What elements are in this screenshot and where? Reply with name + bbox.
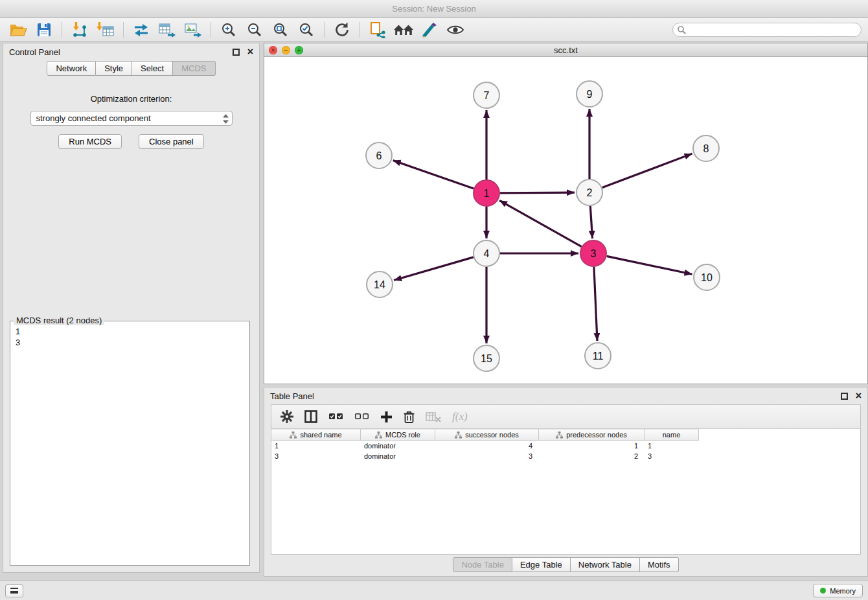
search-input[interactable]: [672, 23, 862, 37]
cell-successor-nodes: 4: [435, 442, 539, 450]
network-view-window: × − + scc.txt 7968124314101511: [264, 43, 868, 384]
clone-network-icon: [369, 21, 387, 38]
tab-edge-table[interactable]: Edge Table: [512, 557, 571, 572]
column-settings-button[interactable]: [280, 410, 293, 423]
zoom-fit-button[interactable]: [269, 20, 292, 40]
close-table-panel-button[interactable]: ×: [856, 391, 862, 400]
gear-icon: [280, 410, 293, 423]
column-header-shared-name[interactable]: shared name: [271, 429, 361, 441]
attribute-type-icon: [375, 432, 382, 439]
trash-icon: [404, 410, 415, 424]
column-header-mcds-role[interactable]: MCDS role: [361, 429, 435, 441]
graph-edge-2-3[interactable]: [590, 206, 592, 238]
close-panel-button[interactable]: Close panel: [139, 134, 204, 149]
table-panel-tabs: Node Table Edge Table Network Table Moti…: [264, 557, 867, 572]
export-table-icon: [158, 21, 176, 38]
cell-mcds-role: dominator: [361, 452, 435, 460]
zoom-out-button[interactable]: [243, 20, 266, 40]
graph-edge-3-1[interactable]: [499, 200, 582, 246]
apply-layout-button[interactable]: [330, 20, 354, 40]
toolbar-separator: [360, 22, 360, 38]
tab-network[interactable]: Network: [47, 61, 96, 76]
open-file-button[interactable]: [6, 20, 30, 40]
toolbar-separator: [324, 22, 325, 38]
refresh-icon: [334, 21, 350, 38]
column-header-name[interactable]: name: [645, 429, 699, 441]
tab-select[interactable]: Select: [132, 61, 173, 76]
graph-edge-4-14[interactable]: [394, 257, 474, 281]
export-network-button[interactable]: [130, 20, 153, 40]
eye-icon: [446, 23, 464, 36]
export-table-button[interactable]: [155, 20, 179, 40]
column-header-successor-nodes[interactable]: successor nodes: [435, 429, 539, 441]
zoom-selected-button[interactable]: [295, 20, 318, 40]
table-row[interactable]: 3 dominator 3 2 3: [271, 451, 860, 461]
deselect-all-rows-button[interactable]: [354, 412, 369, 421]
mcds-result-label: MCDS result (2 nodes): [14, 316, 104, 325]
zoom-window-icon[interactable]: +: [295, 46, 303, 54]
node-table: f(x) shared name MCDS role: [271, 404, 861, 555]
network-window-titlebar[interactable]: × − + scc.txt: [264, 43, 867, 57]
run-mcds-button[interactable]: Run MCDS: [58, 134, 122, 149]
select-all-rows-button[interactable]: [328, 412, 343, 421]
column-label: shared name: [300, 431, 341, 439]
list-icon: [10, 588, 18, 594]
save-icon: [36, 22, 52, 38]
graph-edge-3-10[interactable]: [607, 256, 692, 274]
control-panel: Control Panel × Network Style Select MCD…: [3, 43, 260, 573]
graph-node-label: 3: [591, 248, 597, 259]
mcds-result-list: 13: [10, 321, 249, 352]
function-builder-button[interactable]: f(x): [452, 410, 468, 423]
graph-node-label: 7: [484, 90, 490, 101]
close-window-icon[interactable]: ×: [269, 46, 277, 54]
tab-node-table[interactable]: Node Table: [453, 557, 512, 572]
tab-motifs[interactable]: Motifs: [640, 557, 679, 572]
export-image-button[interactable]: [181, 20, 205, 40]
show-panels-menu-button[interactable]: [5, 584, 23, 597]
visual-styles-button[interactable]: [418, 20, 441, 40]
first-neighbors-button[interactable]: [392, 20, 415, 40]
graph-node-label: 10: [701, 272, 713, 283]
criterion-selected-value: strongly connected component: [36, 113, 151, 123]
float-panel-button[interactable]: [233, 49, 240, 56]
graph-edge-1-2[interactable]: [500, 192, 575, 193]
plus-icon: [380, 411, 393, 423]
close-panel-icon-button[interactable]: ×: [247, 47, 253, 56]
network-canvas[interactable]: 7968124314101511: [264, 57, 867, 384]
import-network-icon: [71, 21, 89, 38]
graph-edge-3-11[interactable]: [594, 267, 597, 341]
table-row[interactable]: 1 dominator 4 1 1: [271, 441, 860, 451]
save-session-button[interactable]: [32, 20, 56, 40]
home-icon: [393, 22, 414, 38]
tab-style[interactable]: Style: [96, 61, 132, 76]
delete-table-icon: [426, 411, 441, 422]
toolbar-separator: [123, 22, 124, 38]
graph-edge-2-8[interactable]: [602, 154, 692, 187]
zoom-in-button[interactable]: [217, 20, 240, 40]
optimization-criterion-label: Optimization criterion:: [3, 94, 259, 104]
clone-network-button[interactable]: [366, 20, 389, 40]
import-network-button[interactable]: [68, 20, 91, 40]
table-panel-title: Table Panel: [270, 391, 314, 401]
show-hide-graphics-button[interactable]: [444, 20, 467, 40]
column-header-predecessor-nodes[interactable]: predecessor nodes: [539, 429, 645, 441]
create-column-button[interactable]: [380, 411, 393, 423]
graph-node-label: 14: [374, 279, 385, 290]
tab-network-table[interactable]: Network Table: [571, 557, 640, 572]
cell-predecessor-nodes: 2: [539, 452, 645, 460]
main-toolbar: [0, 18, 868, 41]
memory-button[interactable]: Memory: [813, 584, 863, 597]
minimize-window-icon[interactable]: −: [282, 46, 290, 54]
memory-label: Memory: [830, 587, 856, 595]
attribute-type-icon: [290, 432, 297, 439]
float-table-panel-button[interactable]: [841, 393, 848, 400]
tab-mcds[interactable]: MCDS: [173, 61, 215, 76]
show-columns-button[interactable]: [304, 410, 317, 423]
import-table-button[interactable]: [94, 20, 117, 40]
cell-predecessor-nodes: 1: [539, 442, 645, 450]
criterion-select[interactable]: strongly connected component: [30, 111, 233, 126]
columns-icon: [304, 410, 317, 423]
delete-table-button[interactable]: [426, 411, 441, 422]
graph-edge-1-6[interactable]: [393, 161, 474, 189]
delete-columns-button[interactable]: [404, 410, 415, 424]
